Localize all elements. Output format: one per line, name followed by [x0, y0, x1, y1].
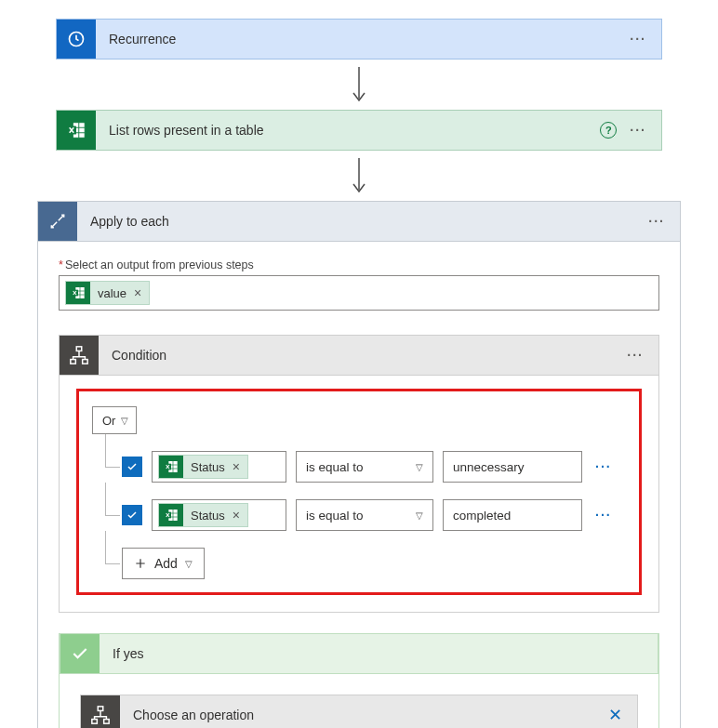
svg-rect-14: [83, 360, 88, 364]
right-operand-input[interactable]: unnecessary: [443, 451, 582, 483]
right-operand-input[interactable]: completed: [443, 499, 582, 531]
chevron-down-icon: ▽: [416, 462, 423, 472]
condition-more-icon[interactable]: ···: [627, 348, 644, 363]
chevron-down-icon: ▽: [185, 559, 193, 569]
help-icon[interactable]: ?: [600, 122, 617, 139]
list-rows-title: List rows present in a table: [96, 123, 600, 138]
row-checkbox[interactable]: [122, 457, 142, 477]
row-more-icon[interactable]: ···: [592, 459, 612, 474]
group-operator-label: Or: [102, 414, 115, 428]
condition-row: Status × is equal to ▽ completed: [105, 499, 626, 531]
status-token[interactable]: Status ×: [158, 503, 248, 527]
clock-icon: [57, 20, 96, 59]
flow-arrow-icon: [37, 60, 681, 110]
row-checkbox[interactable]: [122, 505, 142, 525]
value-token-label: value: [90, 286, 132, 300]
value-token[interactable]: value ×: [65, 281, 150, 305]
apply-to-each-more-icon[interactable]: ···: [648, 214, 665, 229]
condition-icon: [81, 695, 120, 728]
svg-rect-27: [104, 720, 110, 724]
add-button[interactable]: Add ▽: [122, 548, 205, 579]
left-operand-input[interactable]: Status ×: [152, 499, 286, 531]
apply-to-each-header[interactable]: Apply to each ···: [37, 201, 681, 242]
choose-operation-title: Choose an operation: [120, 708, 608, 722]
row-more-icon[interactable]: ···: [592, 508, 612, 523]
condition-title: Condition: [99, 348, 627, 363]
add-row-wrapper: Add ▽: [105, 548, 626, 579]
recurrence-step[interactable]: Recurrence ···: [56, 19, 662, 60]
status-token-label: Status: [183, 460, 231, 474]
checkmark-icon: [60, 634, 100, 673]
status-token-label: Status: [183, 509, 231, 523]
if-yes-title: If yes: [100, 646, 658, 661]
add-button-label: Add: [154, 556, 178, 571]
condition-highlight: Or ▽: [76, 389, 642, 595]
excel-icon: [66, 281, 90, 305]
condition-header[interactable]: Condition ···: [59, 335, 659, 376]
operator-select[interactable]: is equal to ▽: [296, 451, 433, 483]
apply-to-each-title: Apply to each: [77, 214, 648, 229]
group-operator-select[interactable]: Or ▽: [92, 406, 137, 434]
left-operand-input[interactable]: Status ×: [152, 451, 286, 483]
if-yes-card: If yes Choose an operation ✕: [59, 633, 659, 728]
status-token[interactable]: Status ×: [158, 455, 248, 479]
remove-token-icon[interactable]: ×: [132, 285, 149, 300]
svg-rect-26: [92, 720, 98, 724]
loop-icon: [38, 202, 77, 241]
chevron-down-icon: ▽: [416, 510, 423, 521]
excel-icon: [159, 455, 183, 479]
excel-icon: [159, 503, 183, 527]
condition-row: Status × is equal to ▽ unnecessary: [105, 451, 626, 483]
list-rows-step[interactable]: List rows present in a table ? ···: [56, 110, 662, 151]
plus-icon: [134, 557, 147, 570]
recurrence-more-icon[interactable]: ···: [630, 32, 646, 46]
close-icon[interactable]: ✕: [608, 705, 622, 725]
remove-token-icon[interactable]: ×: [231, 459, 247, 474]
chevron-down-icon: ▽: [121, 416, 128, 426]
svg-rect-25: [98, 707, 103, 711]
condition-card: Condition ··· Or ▽: [59, 335, 659, 613]
choose-operation-step[interactable]: Choose an operation ✕: [80, 695, 638, 728]
output-from-prev-label: *Select an output from previous steps: [59, 258, 659, 271]
flow-arrow-icon: [37, 151, 681, 201]
output-from-prev-input[interactable]: value ×: [59, 275, 659, 311]
operator-select[interactable]: is equal to ▽: [296, 499, 433, 531]
excel-icon: [57, 111, 96, 150]
if-yes-header[interactable]: If yes: [60, 633, 658, 674]
svg-rect-13: [71, 360, 76, 364]
apply-to-each-card: Apply to each ··· *Select an output from…: [37, 201, 681, 728]
recurrence-title: Recurrence: [96, 32, 630, 46]
remove-token-icon[interactable]: ×: [231, 508, 247, 523]
list-rows-more-icon[interactable]: ···: [630, 123, 646, 138]
condition-icon: [60, 336, 99, 375]
svg-rect-12: [76, 347, 82, 351]
